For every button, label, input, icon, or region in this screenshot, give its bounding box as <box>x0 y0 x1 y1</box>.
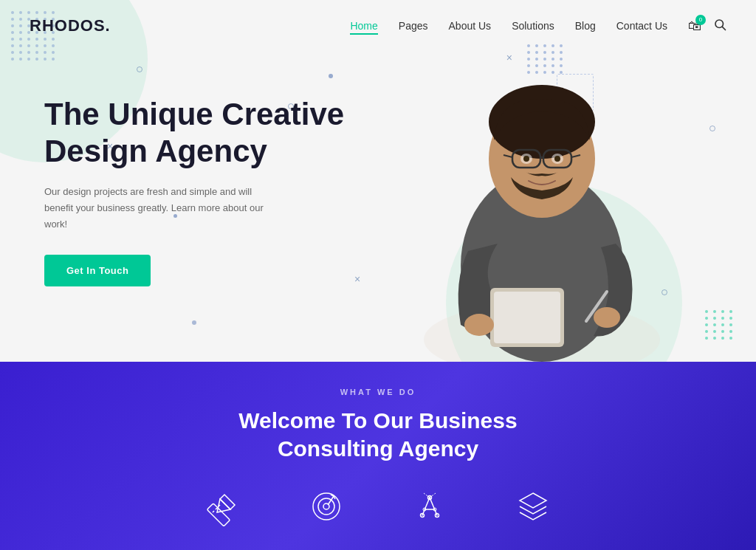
services-section: WHAT WE DO Welcome To Our BusinessConsul… <box>0 362 756 550</box>
deco-dots-bottomright <box>705 310 734 340</box>
svg-line-1 <box>722 27 725 30</box>
strategy-icon <box>304 484 348 529</box>
nav-item-blog[interactable]: Blog <box>575 19 596 32</box>
service-item-strategy <box>304 484 348 529</box>
nav-link-home[interactable]: Home <box>350 20 377 35</box>
deco-circle-sm-1 <box>137 66 142 72</box>
search-icon[interactable] <box>713 18 726 35</box>
hero-section: × × × × The Unique Creative Design Agenc… <box>0 0 756 362</box>
cart-icon[interactable]: 🛍 0 <box>688 18 701 34</box>
svg-point-14 <box>523 156 529 162</box>
nav-item-contact[interactable]: Contact Us <box>616 19 667 32</box>
design-icon <box>201 484 245 529</box>
cart-badge: 0 <box>695 15 706 25</box>
nav-link-about[interactable]: About Us <box>449 20 492 32</box>
nav-link-solutions[interactable]: Solutions <box>512 20 554 32</box>
svg-line-28 <box>328 496 334 505</box>
deco-cross-3: × <box>354 273 360 285</box>
svg-marker-37 <box>520 493 546 508</box>
svg-line-23 <box>216 508 217 509</box>
svg-point-15 <box>554 156 560 162</box>
navbar: RHODOS. Home Pages About Us Solutions Bl… <box>0 0 756 52</box>
svg-line-22 <box>213 511 214 512</box>
services-eyebrow: WHAT WE DO <box>340 388 416 396</box>
hero-title: The Unique Creative Design Agency <box>44 96 354 171</box>
svg-point-19 <box>464 314 494 336</box>
nav-link-pages[interactable]: Pages <box>399 20 428 32</box>
hero-content: The Unique Creative Design Agency Our de… <box>44 96 354 286</box>
deco-circle-sm-3 <box>709 126 715 131</box>
deco-dot-1 <box>329 74 333 78</box>
svg-point-20 <box>594 307 620 328</box>
services-title: Welcome To Our BusinessConsulting Agency <box>238 407 517 462</box>
nav-link-contact[interactable]: Contact Us <box>616 20 667 32</box>
nav-links: Home Pages About Us Solutions Blog Conta… <box>350 19 667 32</box>
nav-item-pages[interactable]: Pages <box>399 19 428 32</box>
svg-point-25 <box>313 493 340 520</box>
cta-button[interactable]: Get In Touch <box>44 255 151 286</box>
service-item-design <box>201 484 245 529</box>
hero-subtitle: Our design projects are fresh and simple… <box>44 184 281 233</box>
nav-link-blog[interactable]: Blog <box>575 20 596 32</box>
nav-icons: 🛍 0 <box>688 18 726 35</box>
nav-item-home[interactable]: Home <box>350 19 377 32</box>
logo[interactable]: RHODOS. <box>30 16 111 35</box>
services-grid <box>201 484 555 529</box>
service-item-typography <box>408 484 452 529</box>
service-item-layers <box>511 484 555 529</box>
svg-rect-17 <box>494 292 560 343</box>
typography-icon <box>408 484 452 529</box>
nav-item-solutions[interactable]: Solutions <box>512 19 554 32</box>
deco-dot-3 <box>192 320 196 325</box>
nav-item-about[interactable]: About Us <box>449 19 492 32</box>
svg-point-26 <box>318 498 334 515</box>
layers-icon <box>511 484 555 529</box>
hero-person-image <box>387 15 697 362</box>
